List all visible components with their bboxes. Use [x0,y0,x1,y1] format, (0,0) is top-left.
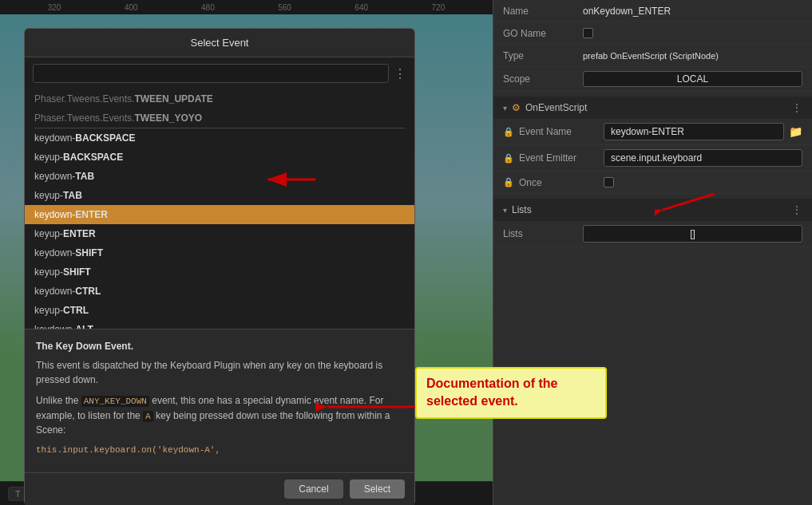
prop-row-type: Type prefab OnEventScript (ScriptNode) [493,45,812,67]
prop-row-event-name: 🔒 Event Name 📁 [493,119,812,145]
list-item[interactable]: keyup-ENTER [25,224,414,243]
prop-row-once: 🔒 Once [493,172,812,194]
list-item[interactable]: keydown-CTRL [25,282,414,301]
lock-icon-2: 🔒 [503,153,514,164]
event-list[interactable]: Phaser.Tweens.Events.TWEEN_UPDATE Phaser… [25,89,414,329]
once-label: Once [519,177,599,188]
prop-row-event-emitter: 🔒 Event Emitter [493,145,812,172]
scope-value: LOCAL [583,71,802,87]
prop-row-name: Name onKeydown_ENTER [493,0,812,22]
cancel-button[interactable]: Cancel [284,479,343,499]
lists-section: ▾ Lists ⋮ [493,199,812,221]
on-event-script-section: ▾ ⚙ OnEventScript ⋮ [493,97,812,119]
type-label: Type [503,50,583,61]
list-item[interactable]: keyup-BACKSPACE [25,148,414,167]
search-input[interactable] [33,64,389,83]
prop-row-scope: Scope LOCAL [493,67,812,92]
lock-icon-3: 🔒 [503,177,514,187]
chevron-down-icon-lists: ▾ [503,206,507,215]
select-button[interactable]: Select [350,479,405,499]
callout-line2: selected event. [426,394,518,408]
goname-label: GO Name [503,28,583,39]
search-menu-icon[interactable]: ⋮ [394,66,406,81]
lists-value: [] [583,225,802,243]
doc-code-block: this.input.keyboard.on('keydown-A', [36,444,403,457]
file-browse-icon[interactable]: 📁 [789,125,802,138]
list-item[interactable]: keyup-CTRL [25,301,414,320]
goname-checkbox[interactable] [583,28,593,38]
name-label: Name [503,6,583,17]
list-item[interactable]: keydown-TAB [25,167,414,186]
list-item[interactable]: keyup-TAB [25,186,414,205]
modal-title: Select Event [25,29,414,57]
select-event-modal: Select Event ⋮ Phaser.Tweens.Events.TWEE… [24,28,415,505]
lock-icon: 🔒 [503,127,514,137]
modal-search-area: ⋮ [25,57,414,89]
documentation-area: The Key Down Event. This event is dispat… [25,329,414,472]
list-item[interactable]: keydown-SHIFT [25,243,414,262]
event-emitter-input[interactable] [604,149,802,167]
list-item-selected[interactable]: keydown-ENTER [25,205,414,224]
prop-row-goname: GO Name [493,22,812,45]
event-emitter-label: Event Emitter [519,152,599,164]
doc-callout: Documentation of the selected event. [415,367,607,419]
callout-line1: Documentation of the [426,377,557,390]
prop-row-lists: Lists [] [493,221,812,247]
right-panel: Name onKeydown_ENTER GO Name Type prefab… [493,0,812,505]
list-item[interactable]: keydown-ALT [25,320,414,329]
event-name-label: Event Name [519,126,599,137]
lists-menu-icon[interactable]: ⋮ [791,203,802,216]
chevron-down-icon: ▾ [503,104,507,112]
name-value: onKeydown_ENTER [583,6,802,17]
list-item[interactable]: Phaser.Tweens.Events.TWEEN_YOYO [25,108,414,128]
doc-para-2: Unlike the ANY_KEY_DOWN event, this one … [36,393,403,437]
list-item[interactable]: Phaser.Tweens.Events.TWEEN_UPDATE [25,89,414,108]
list-item[interactable]: keydown-BACKSPACE [25,128,414,148]
modal-footer: Cancel Select [25,472,414,505]
doc-code-anykey: ANY_KEY_DOWN [81,396,149,407]
script-icon: ⚙ [512,102,521,113]
on-event-script-label: OnEventScript [525,102,587,113]
event-name-input[interactable] [604,123,784,140]
lists-label: Lists [503,228,583,239]
list-item[interactable]: keyup-SHIFT [25,262,414,282]
type-value: prefab OnEventScript (ScriptNode) [583,51,802,61]
doc-heading: The Key Down Event. [36,339,403,353]
doc-code-a: A [143,411,153,422]
lists-section-label: Lists [512,204,532,215]
section-menu-icon[interactable]: ⋮ [791,101,802,114]
scope-label: Scope [503,73,583,85]
doc-para-1: This event is dispatched by the Keyboard… [36,358,403,387]
once-checkbox[interactable] [604,177,614,187]
